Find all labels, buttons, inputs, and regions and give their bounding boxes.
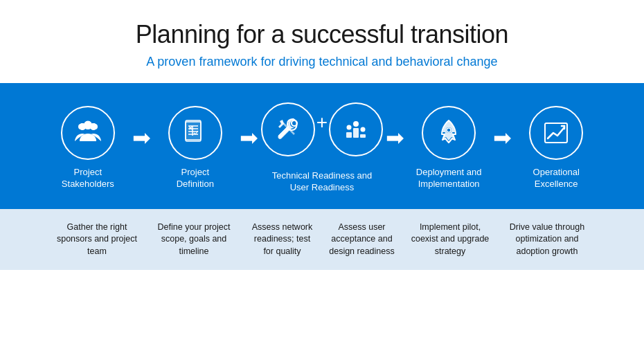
step-project-stakeholders: ProjectStakeholders (46, 106, 129, 190)
step-label-definition: ProjectDefinition (177, 167, 214, 190)
desc-deployment: Implement pilot, coexist and upgrade str… (402, 221, 499, 258)
step-project-definition: ProjectDefinition (154, 106, 237, 190)
svg-rect-22 (353, 128, 359, 138)
desc-row: Gather the right sponsors and project te… (7, 221, 637, 258)
arrow-3: ➡ (383, 127, 407, 170)
step-user-readiness (329, 102, 383, 163)
step-circle-operational (529, 106, 583, 160)
step-deployment: Deployment andImplementation (407, 106, 490, 190)
blue-section: ProjectStakeholders ➡ (0, 83, 644, 209)
light-section: Gather the right sponsors and project te… (0, 209, 644, 271)
desc-definition: Define your project scope, goals and tim… (145, 221, 242, 258)
subtitle: A proven framework for driving technical… (14, 55, 630, 69)
arrow-2: ➡ (237, 127, 261, 170)
desc-user: Assess user acceptance and design readin… (322, 221, 402, 258)
svg-rect-24 (360, 134, 366, 138)
header-section: Planning for a successful transition A p… (0, 0, 644, 83)
step-label-deployment: Deployment andImplementation (416, 167, 482, 190)
svg-point-29 (447, 128, 451, 132)
svg-point-25 (353, 121, 359, 127)
chart-icon (541, 118, 571, 148)
step-circle-technical (261, 102, 315, 156)
plus-sign: + (316, 111, 328, 154)
people-icon (73, 118, 103, 148)
step-readiness-group: + (261, 102, 383, 163)
desc-stakeholders: Gather the right sponsors and project te… (48, 221, 145, 258)
main-title: Planning for a successful transition (14, 19, 630, 49)
step-label-readiness: Technical Readiness andUser Readiness (267, 170, 377, 194)
arrow-1: ➡ (129, 127, 154, 170)
step-circle-deployment (422, 106, 476, 160)
step-label-operational: OperationalExcellence (533, 167, 580, 190)
step-label-stakeholders: ProjectStakeholders (62, 167, 114, 190)
steps-row: ProjectStakeholders ➡ (14, 102, 630, 194)
podium-icon (341, 114, 371, 145)
step-operational: OperationalExcellence (515, 106, 598, 190)
svg-point-27 (361, 127, 366, 132)
rocket-icon (433, 118, 464, 148)
svg-rect-10 (186, 120, 201, 140)
wrench-icon (273, 114, 303, 145)
step-circle-user (329, 102, 383, 156)
step-circle-definition (168, 106, 222, 160)
svg-point-8 (92, 124, 98, 129)
desc-technical: Assess network readiness; test for quali… (242, 221, 322, 258)
desc-operational: Drive value through optimization and ado… (499, 221, 596, 258)
step-technical-readiness (261, 102, 315, 163)
step-circle-stakeholders (61, 106, 115, 160)
svg-point-7 (78, 124, 84, 129)
svg-rect-23 (346, 132, 352, 138)
document-icon (180, 118, 211, 148)
svg-point-26 (347, 125, 352, 130)
svg-point-6 (84, 121, 91, 129)
arrow-4: ➡ (490, 127, 515, 170)
